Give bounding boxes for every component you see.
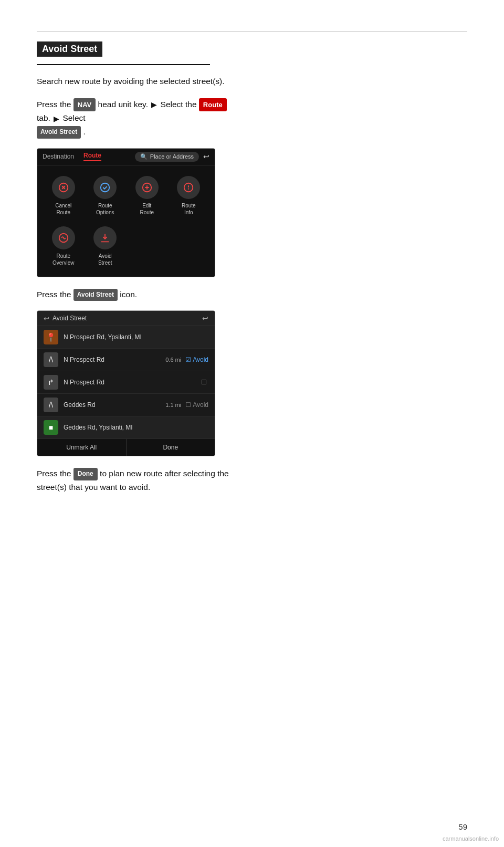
route-info-icon	[177, 176, 200, 199]
back-button[interactable]: ↩	[203, 152, 209, 161]
unmark-all-button[interactable]: Unmark All	[37, 439, 127, 456]
route-grid: CancelRoute RouteOptions	[37, 165, 215, 277]
instruction-2-block: Press the Avoid Street icon.	[37, 288, 236, 301]
instr2-post: icon.	[120, 290, 137, 299]
instruction-1: Press the NAV head unit key. ▶ Select th…	[37, 98, 236, 139]
edit-route-label: EditRoute	[140, 202, 154, 216]
instr1-tab: tab.	[37, 113, 52, 122]
avoid-street-badge-2: Avoid Street	[74, 289, 118, 301]
search-placeholder: Place or Address	[150, 153, 194, 160]
instr1-select2: Select	[62, 113, 85, 122]
route-screen-header: Destination Route 🔍 Place or Address ↩	[37, 149, 215, 165]
page-container: Avoid Street Search new route by avoidin…	[0, 0, 504, 546]
avoid-close-icon[interactable]: ↩	[202, 314, 208, 322]
avoid-list-item-3[interactable]: /\ Geddes Rd 1.1 mi ☐ Avoid	[37, 394, 215, 416]
map-pin-icon: 📍	[44, 330, 58, 344]
avoid-screen-title: Avoid Street	[52, 315, 87, 322]
avoid-screen-header: ↩ Avoid Street ↩	[37, 311, 215, 326]
route-screen: Destination Route 🔍 Place or Address ↩	[37, 149, 215, 277]
route-screenshot: Destination Route 🔍 Place or Address ↩	[37, 148, 215, 277]
avoid-street-label: AvoidStreet	[98, 253, 112, 266]
route-overview-icon	[52, 226, 75, 249]
route-badge: Route	[199, 98, 227, 111]
page-number: 59	[458, 822, 467, 831]
avoid-checkbox-1[interactable]: ☑ Avoid	[185, 356, 208, 363]
turn-icon-1: ↱	[44, 375, 58, 390]
grid-edit-route[interactable]: EditRoute	[126, 171, 168, 221]
grid-avoid-street[interactable]: AvoidStreet	[85, 221, 127, 271]
search-box: 🔍 Place or Address	[135, 152, 199, 162]
avoid-item-text-2: N Prospect Rd	[64, 379, 197, 386]
edit-route-icon	[135, 176, 159, 199]
route-info-label: RouteInfo	[182, 202, 196, 216]
arrow-2: ▶	[54, 113, 59, 125]
route-options-label: RouteOptions	[96, 202, 114, 216]
instr2-pre: Press the	[37, 290, 71, 299]
avoid-item-dist-3: 1.1 mi	[165, 402, 181, 408]
tab-route: Route	[83, 152, 101, 161]
cancel-route-label: CancelRoute	[55, 202, 71, 216]
nav-badge: NAV	[74, 98, 96, 111]
avoid-list-header-1: 📍 N Prospect Rd, Ypsilanti, MI	[37, 326, 215, 349]
grid-cancel-route[interactable]: CancelRoute	[43, 171, 85, 221]
avoid-header-text-1: N Prospect Rd, Ypsilanti, MI	[64, 333, 208, 341]
watermark: carmanualsonline.info	[443, 835, 499, 842]
svg-point-1	[101, 183, 110, 192]
avoid-item-text-1: N Prospect Rd	[64, 356, 165, 363]
instruction-3: Press the Done to plan new route after s…	[37, 467, 236, 494]
avoid-screen: ↩ Avoid Street ↩ 📍 N Prospect Rd, Ypsila…	[37, 311, 215, 456]
instr1-mid: head unit key.	[98, 100, 148, 109]
avoid-street-badge-1: Avoid Street	[37, 126, 81, 139]
green-pin-icon: ■	[44, 420, 58, 435]
avoid-label-3: Avoid	[193, 401, 208, 409]
avoid-label-1: Avoid	[193, 356, 208, 363]
route-overview-label: RouteOverview	[52, 253, 75, 266]
avoid-checkbox-3[interactable]: ☐ Avoid	[185, 401, 208, 409]
description: Search new route by avoiding the selecte…	[37, 75, 236, 139]
grid-route-info[interactable]: RouteInfo	[168, 171, 210, 221]
cancel-route-icon	[52, 176, 75, 199]
road-icon-2: /\	[44, 398, 58, 412]
avoid-list-item-1[interactable]: /\ N Prospect Rd 0.6 mi ☑ Avoid	[37, 349, 215, 371]
avoid-item-text-3: Geddes Rd	[64, 401, 165, 409]
route-options-icon	[93, 176, 117, 199]
avoid-item-dist-1: 0.6 mi	[165, 357, 181, 363]
tab-destination: Destination	[43, 153, 74, 160]
road-icon-1: /\	[44, 352, 58, 367]
instr1-the: the	[185, 100, 199, 109]
instruction-2: Press the Avoid Street icon.	[37, 288, 236, 301]
instr1-select: Select	[161, 100, 183, 109]
avoid-back-icon: ↩	[44, 315, 49, 322]
description-text: Search new route by avoiding the selecte…	[37, 75, 236, 88]
done-button[interactable]: Done	[127, 439, 215, 456]
avoid-header-text-2: Geddes Rd, Ypsilanti, MI	[64, 424, 208, 431]
avoid-screenshot: ↩ Avoid Street ↩ 📍 N Prospect Rd, Ypsila…	[37, 310, 215, 456]
instr3-pre: Press the	[37, 469, 71, 478]
search-icon: 🔍	[140, 153, 148, 160]
instr1-dot: .	[83, 127, 86, 136]
grid-route-options[interactable]: RouteOptions	[85, 171, 127, 221]
heading-underline	[37, 64, 210, 65]
avoid-street-icon	[93, 226, 117, 249]
avoid-list-header-2: ■ Geddes Rd, Ypsilanti, MI	[37, 416, 215, 439]
avoid-list-item-2[interactable]: ↱ N Prospect Rd ☐	[37, 371, 215, 394]
instruction-3-block: Press the Done to plan new route after s…	[37, 467, 236, 494]
avoid-checkbox-2[interactable]: ☐	[201, 379, 208, 386]
instr1-pre: Press the	[37, 100, 71, 109]
done-badge: Done	[74, 468, 98, 480]
arrow-1: ▶	[151, 99, 157, 111]
section-heading: Avoid Street	[37, 41, 102, 57]
grid-route-overview[interactable]: RouteOverview	[43, 221, 85, 271]
avoid-footer: Unmark All Done	[37, 439, 215, 456]
